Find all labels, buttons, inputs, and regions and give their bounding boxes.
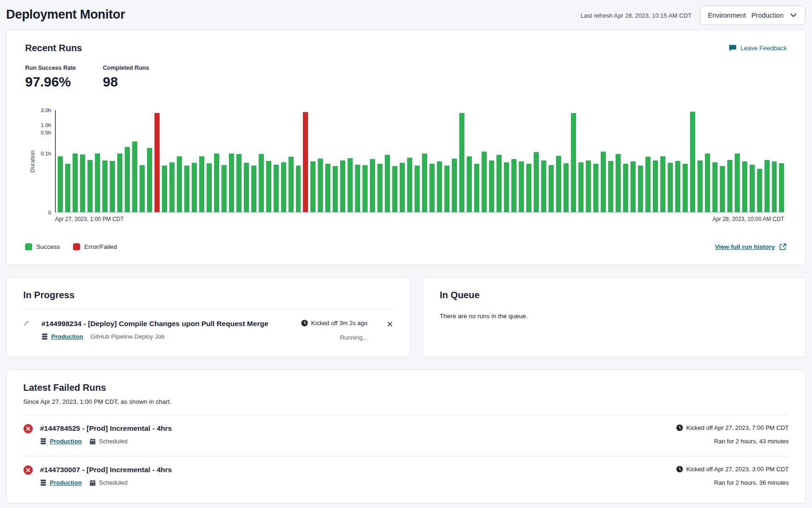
chart-bar-success[interactable] <box>765 160 770 212</box>
view-full-run-history-link[interactable]: View full run history <box>715 243 787 251</box>
chart-bar-success[interactable] <box>140 165 145 212</box>
chart-bar-success[interactable] <box>348 158 353 212</box>
chart-bar-success[interactable] <box>750 165 755 212</box>
chart-bar-success[interactable] <box>259 154 264 212</box>
chart-bar-success[interactable] <box>362 165 368 212</box>
chart-bar-success[interactable] <box>444 166 450 212</box>
chart-bar-success[interactable] <box>675 161 680 212</box>
chart-bar-success[interactable] <box>705 154 710 212</box>
chart-bar-success[interactable] <box>541 160 546 212</box>
chart-bar-success[interactable] <box>177 156 182 212</box>
chart-bar-success[interactable] <box>504 162 509 212</box>
chart-bar-success[interactable] <box>207 163 212 212</box>
chart-bar-success[interactable] <box>772 161 777 212</box>
chart-bar-success[interactable] <box>757 169 762 213</box>
chart-bar-success[interactable] <box>549 165 554 212</box>
chart-bar-success[interactable] <box>199 156 204 212</box>
chart-bar-success[interactable] <box>519 161 524 212</box>
chart-bar-success[interactable] <box>184 166 189 212</box>
chart-bar-success[interactable] <box>110 161 115 212</box>
chart-bar-success[interactable] <box>125 147 130 212</box>
environment-link[interactable]: Production <box>51 333 83 340</box>
chart-bar-success[interactable] <box>564 163 569 212</box>
chart-bar-success[interactable] <box>73 154 78 212</box>
chart-bar-success[interactable] <box>162 166 167 212</box>
chart-bar-success[interactable] <box>467 156 472 212</box>
chart-bar-success[interactable] <box>474 164 479 212</box>
chart-bar-success[interactable] <box>214 154 219 212</box>
chart-bar-success[interactable] <box>117 154 122 212</box>
chart-bar-success[interactable] <box>459 113 464 212</box>
chart-bar-success[interactable] <box>221 165 227 212</box>
chart-bar-success[interactable] <box>132 141 137 212</box>
chart-bar-success[interactable] <box>385 155 390 212</box>
chart-bar-success[interactable] <box>683 164 688 212</box>
chart-bar-success[interactable] <box>660 156 665 212</box>
chart-bar-success[interactable] <box>281 162 286 212</box>
chart-bar-failed[interactable] <box>303 112 308 212</box>
environment-dropdown[interactable]: Environment Production <box>700 6 805 25</box>
chart-bar-success[interactable] <box>65 164 70 212</box>
chart-bar-success[interactable] <box>601 152 606 212</box>
chart-bar-success[interactable] <box>742 161 747 212</box>
chart-bar-success[interactable] <box>169 162 174 212</box>
environment-link[interactable]: Production <box>50 438 82 445</box>
chart-bar-success[interactable] <box>58 156 63 212</box>
chart-bar-success[interactable] <box>571 113 576 212</box>
chart-bar-success[interactable] <box>720 166 725 212</box>
chart-bar-success[interactable] <box>296 166 301 212</box>
chart-bar-success[interactable] <box>631 161 636 212</box>
chart-bar-success[interactable] <box>333 166 338 212</box>
chart-bar-success[interactable] <box>102 160 107 212</box>
chart-bar-success[interactable] <box>355 165 360 212</box>
chart-bar-success[interactable] <box>429 164 435 212</box>
chart-bar-success[interactable] <box>645 157 651 212</box>
chart-bar-success[interactable] <box>325 164 330 212</box>
chart-bar-success[interactable] <box>377 164 383 212</box>
chart-bar-success[interactable] <box>392 166 397 212</box>
chart-bar-success[interactable] <box>370 159 375 212</box>
chart-bar-success[interactable] <box>340 160 345 212</box>
chart-bar-success[interactable] <box>80 154 85 212</box>
chart-bar-success[interactable] <box>415 166 420 212</box>
chart-bar-success[interactable] <box>608 161 613 212</box>
environment-link[interactable]: Production <box>50 479 82 486</box>
chart-bar-success[interactable] <box>727 160 732 212</box>
chart-bar-success[interactable] <box>95 154 100 212</box>
chart-bar-success[interactable] <box>236 154 242 212</box>
chart-bar-success[interactable] <box>489 160 494 212</box>
chart-bar-success[interactable] <box>735 154 740 212</box>
chart-bar-success[interactable] <box>266 161 271 212</box>
chart-bar-success[interactable] <box>318 159 323 212</box>
chart-bar-success[interactable] <box>400 163 405 212</box>
chart-bar-success[interactable] <box>593 164 598 212</box>
chart-bar-success[interactable] <box>534 152 539 212</box>
chart-bar-success[interactable] <box>511 159 517 212</box>
chart-bar-success[interactable] <box>482 152 487 212</box>
chart-bar-success[interactable] <box>244 163 249 212</box>
chart-bar-success[interactable] <box>422 154 427 212</box>
chart-bar-success[interactable] <box>147 148 152 212</box>
chart-bar-success[interactable] <box>578 162 584 212</box>
chart-bar-success[interactable] <box>310 161 315 212</box>
chart-bar-success[interactable] <box>526 164 531 212</box>
chart-bar-success[interactable] <box>556 156 561 212</box>
chart-bar-success[interactable] <box>653 160 658 212</box>
leave-feedback-link[interactable]: Leave Feedback <box>729 44 787 52</box>
chart-bar-success[interactable] <box>586 160 591 212</box>
chart-bar-success[interactable] <box>251 166 256 212</box>
chart-bar-success[interactable] <box>497 155 502 212</box>
chart-bar-success[interactable] <box>712 162 718 212</box>
close-icon[interactable]: ✕ <box>387 320 393 328</box>
chart-bar-success[interactable] <box>192 163 197 212</box>
chart-bar-success[interactable] <box>698 160 703 212</box>
chart-bar-success[interactable] <box>289 157 294 212</box>
chart-bar-success[interactable] <box>690 112 695 212</box>
chart-bar-success[interactable] <box>407 158 412 213</box>
chart-bar-success[interactable] <box>616 154 621 212</box>
chart-bar-failed[interactable] <box>154 113 160 212</box>
chart-bar-success[interactable] <box>274 165 279 212</box>
chart-bar-success[interactable] <box>87 160 93 212</box>
chart-bar-success[interactable] <box>452 159 457 212</box>
chart-bar-success[interactable] <box>623 164 628 212</box>
